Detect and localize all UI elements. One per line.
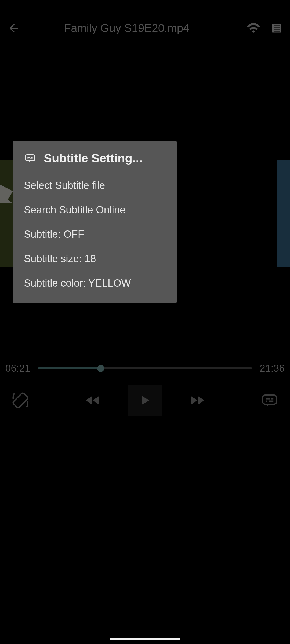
subtitle-size-item[interactable]: Subtitle size: 18	[13, 247, 177, 271]
search-subtitle-online-item[interactable]: Search Subtitle Online	[13, 198, 177, 222]
home-indicator[interactable]	[110, 638, 180, 640]
select-subtitle-file-item[interactable]: Select Subtitle file	[13, 173, 177, 198]
subtitle-toggle-item[interactable]: Subtitle: OFF	[13, 222, 177, 247]
svg-rect-17	[26, 155, 35, 161]
modal-scrim[interactable]	[0, 0, 290, 644]
subtitle-settings-dialog: Subtitle Setting... Select Subtitle file…	[13, 141, 177, 303]
subtitle-icon	[24, 152, 36, 164]
subtitle-color-item[interactable]: Subtitle color: YELLOW	[13, 271, 177, 295]
dialog-title: Subtitle Setting...	[44, 151, 143, 165]
